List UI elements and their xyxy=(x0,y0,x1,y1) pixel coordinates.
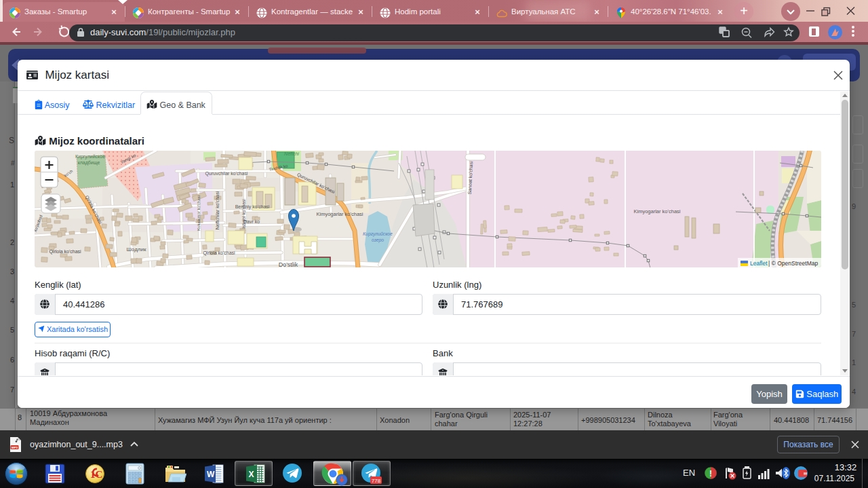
svg-text:| © OpenStreetMap: | © OpenStreetMap xyxy=(768,260,818,267)
svg-text:Beruniy ko'chasi: Beruniy ko'chasi xyxy=(235,204,270,210)
svg-text:Киргулийское: Киргулийское xyxy=(75,154,105,159)
svg-text:кладбище: кладбище xyxy=(78,160,100,166)
svg-text:Do'stlik: Do'stlik xyxy=(279,261,298,267)
svg-text:MP3: MP3 xyxy=(12,446,18,449)
svg-text:X: X xyxy=(249,470,254,479)
svg-text:Киргулийское: Киргулийское xyxy=(363,231,393,237)
svg-text:Kimyogarlar ko'chasi: Kimyogarlar ko'chasi xyxy=(634,208,681,214)
svg-text:Kimyogarlar ko'chasi: Kimyogarlar ko'chasi xyxy=(317,211,363,217)
svg-text:Davr ko: Davr ko xyxy=(243,219,260,224)
svg-text:Qirlola ko'chasi: Qirlola ko'chasi xyxy=(49,249,81,255)
svg-text:W: W xyxy=(207,470,215,479)
svg-text:Kukalamor ko'chasi: Kukalamor ko'chasi xyxy=(197,195,201,231)
svg-text:Quruvchilar ko'chasi: Quruvchilar ko'chasi xyxy=(205,171,248,176)
svg-text:778: 778 xyxy=(372,478,381,484)
svg-text:Leaflet: Leaflet xyxy=(750,260,768,267)
svg-text:!: ! xyxy=(709,469,712,478)
svg-text:Istiqlol ko'chasi: Istiqlol ko'chasi xyxy=(241,199,247,229)
svg-text:Qirlola ko'chasi: Qirlola ko'chasi xyxy=(203,250,235,256)
svg-text:Neftchi: Neftchi xyxy=(284,151,299,156)
svg-text:1С: 1С xyxy=(90,469,102,480)
svg-text:Neftchilar ko'chasi: Neftchilar ko'chasi xyxy=(215,191,220,229)
svg-text:Шодлик: Шодлик xyxy=(127,246,146,252)
svg-text:озеро: озеро xyxy=(372,238,384,243)
